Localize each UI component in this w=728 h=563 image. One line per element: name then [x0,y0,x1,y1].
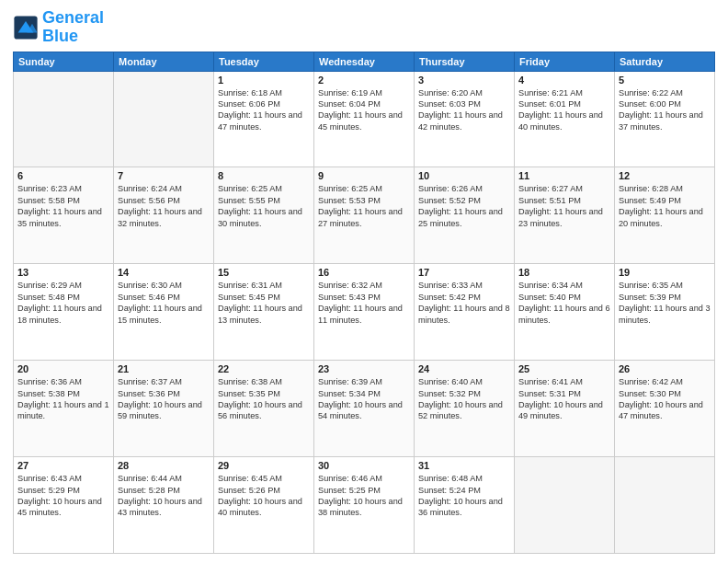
day-info: Sunrise: 6:25 AM Sunset: 5:55 PM Dayligh… [218,183,310,229]
day-number: 5 [619,75,711,86]
day-info: Sunrise: 6:41 AM Sunset: 5:31 PM Dayligh… [518,376,610,422]
day-info: Sunrise: 6:31 AM Sunset: 5:45 PM Dayligh… [218,280,310,326]
col-monday: Monday [114,52,214,71]
day-info: Sunrise: 6:38 AM Sunset: 5:35 PM Dayligh… [218,376,310,422]
day-number: 13 [17,267,109,278]
day-number: 21 [118,363,210,374]
day-number: 24 [418,363,510,374]
col-saturday: Saturday [615,52,715,71]
day-info: Sunrise: 6:45 AM Sunset: 5:26 PM Dayligh… [218,473,310,519]
calendar-table: Sunday Monday Tuesday Wednesday Thursday… [13,52,715,554]
calendar-cell: 21Sunrise: 6:37 AM Sunset: 5:36 PM Dayli… [114,361,214,457]
calendar-cell: 4Sunrise: 6:21 AM Sunset: 6:01 PM Daylig… [515,71,615,167]
day-number: 27 [17,460,109,471]
calendar-cell: 10Sunrise: 6:26 AM Sunset: 5:52 PM Dayli… [415,167,515,264]
calendar-cell: 14Sunrise: 6:30 AM Sunset: 5:46 PM Dayli… [114,264,214,361]
day-number: 2 [318,75,410,86]
day-number: 9 [318,170,410,181]
day-number: 15 [218,267,310,278]
day-number: 20 [17,363,109,374]
day-info: Sunrise: 6:18 AM Sunset: 6:06 PM Dayligh… [218,87,310,133]
header: General Blue [13,9,715,46]
calendar-cell: 26Sunrise: 6:42 AM Sunset: 5:30 PM Dayli… [615,361,715,457]
day-info: Sunrise: 6:19 AM Sunset: 6:04 PM Dayligh… [318,87,410,133]
day-number: 4 [518,75,610,86]
calendar-cell: 23Sunrise: 6:39 AM Sunset: 5:34 PM Dayli… [314,361,415,457]
day-number: 10 [418,170,510,181]
calendar-cell: 15Sunrise: 6:31 AM Sunset: 5:45 PM Dayli… [214,264,314,361]
day-info: Sunrise: 6:32 AM Sunset: 5:43 PM Dayligh… [318,280,410,326]
day-info: Sunrise: 6:37 AM Sunset: 5:36 PM Dayligh… [118,376,210,422]
day-number: 16 [318,267,410,278]
calendar-cell: 22Sunrise: 6:38 AM Sunset: 5:35 PM Dayli… [214,361,314,457]
day-number: 26 [619,363,711,374]
day-info: Sunrise: 6:48 AM Sunset: 5:24 PM Dayligh… [418,473,510,519]
day-info: Sunrise: 6:39 AM Sunset: 5:34 PM Dayligh… [318,376,410,422]
day-number: 25 [518,363,610,374]
day-number: 19 [619,267,711,278]
week-row-1: 1Sunrise: 6:18 AM Sunset: 6:06 PM Daylig… [14,71,715,167]
calendar-header-row: Sunday Monday Tuesday Wednesday Thursday… [14,52,715,71]
day-number: 18 [518,267,610,278]
calendar-cell: 7Sunrise: 6:24 AM Sunset: 5:56 PM Daylig… [114,167,214,264]
logo: General Blue [13,9,104,46]
week-row-2: 6Sunrise: 6:23 AM Sunset: 5:58 PM Daylig… [14,167,715,264]
day-number: 23 [318,363,410,374]
col-sunday: Sunday [14,52,114,71]
calendar-cell: 28Sunrise: 6:44 AM Sunset: 5:28 PM Dayli… [114,457,214,554]
day-info: Sunrise: 6:25 AM Sunset: 5:53 PM Dayligh… [318,183,410,229]
day-number: 14 [118,267,210,278]
day-number: 6 [17,170,109,181]
calendar-cell: 5Sunrise: 6:22 AM Sunset: 6:00 PM Daylig… [615,71,715,167]
day-number: 30 [318,460,410,471]
day-info: Sunrise: 6:24 AM Sunset: 5:56 PM Dayligh… [118,183,210,229]
calendar-cell: 18Sunrise: 6:34 AM Sunset: 5:40 PM Dayli… [515,264,615,361]
page: General Blue Sunday Monday Tuesday Wedne… [0,0,728,563]
calendar-cell: 19Sunrise: 6:35 AM Sunset: 5:39 PM Dayli… [615,264,715,361]
calendar-cell: 13Sunrise: 6:29 AM Sunset: 5:48 PM Dayli… [14,264,114,361]
day-number: 12 [619,170,711,181]
day-info: Sunrise: 6:22 AM Sunset: 6:00 PM Dayligh… [619,87,711,133]
day-info: Sunrise: 6:44 AM Sunset: 5:28 PM Dayligh… [118,473,210,519]
week-row-4: 20Sunrise: 6:36 AM Sunset: 5:38 PM Dayli… [14,361,715,457]
calendar-cell: 17Sunrise: 6:33 AM Sunset: 5:42 PM Dayli… [415,264,515,361]
day-number: 1 [218,75,310,86]
calendar-cell: 12Sunrise: 6:28 AM Sunset: 5:49 PM Dayli… [615,167,715,264]
calendar-cell [615,457,715,554]
day-number: 29 [218,460,310,471]
day-info: Sunrise: 6:29 AM Sunset: 5:48 PM Dayligh… [17,280,109,326]
logo-text: General Blue [42,9,104,46]
day-number: 3 [418,75,510,86]
day-number: 28 [118,460,210,471]
calendar-cell [515,457,615,554]
col-thursday: Thursday [415,52,515,71]
day-info: Sunrise: 6:33 AM Sunset: 5:42 PM Dayligh… [418,280,510,326]
col-wednesday: Wednesday [314,52,415,71]
calendar-cell: 1Sunrise: 6:18 AM Sunset: 6:06 PM Daylig… [214,71,314,167]
calendar-cell: 2Sunrise: 6:19 AM Sunset: 6:04 PM Daylig… [314,71,415,167]
day-info: Sunrise: 6:30 AM Sunset: 5:46 PM Dayligh… [118,280,210,326]
day-info: Sunrise: 6:43 AM Sunset: 5:29 PM Dayligh… [17,473,109,519]
calendar-cell: 16Sunrise: 6:32 AM Sunset: 5:43 PM Dayli… [314,264,415,361]
day-info: Sunrise: 6:20 AM Sunset: 6:03 PM Dayligh… [418,87,510,133]
day-info: Sunrise: 6:36 AM Sunset: 5:38 PM Dayligh… [17,376,109,422]
day-number: 31 [418,460,510,471]
day-info: Sunrise: 6:26 AM Sunset: 5:52 PM Dayligh… [418,183,510,229]
day-info: Sunrise: 6:40 AM Sunset: 5:32 PM Dayligh… [418,376,510,422]
col-tuesday: Tuesday [214,52,314,71]
calendar-cell: 24Sunrise: 6:40 AM Sunset: 5:32 PM Dayli… [415,361,515,457]
calendar-cell: 31Sunrise: 6:48 AM Sunset: 5:24 PM Dayli… [415,457,515,554]
day-number: 11 [518,170,610,181]
day-info: Sunrise: 6:46 AM Sunset: 5:25 PM Dayligh… [318,473,410,519]
calendar-cell: 3Sunrise: 6:20 AM Sunset: 6:03 PM Daylig… [415,71,515,167]
logo-icon [13,15,39,40]
day-info: Sunrise: 6:35 AM Sunset: 5:39 PM Dayligh… [619,280,711,326]
calendar-cell: 6Sunrise: 6:23 AM Sunset: 5:58 PM Daylig… [14,167,114,264]
week-row-5: 27Sunrise: 6:43 AM Sunset: 5:29 PM Dayli… [14,457,715,554]
day-info: Sunrise: 6:42 AM Sunset: 5:30 PM Dayligh… [619,376,711,422]
logo-blue: Blue [42,27,78,45]
day-number: 7 [118,170,210,181]
logo-general: General [42,8,104,27]
calendar-cell: 27Sunrise: 6:43 AM Sunset: 5:29 PM Dayli… [14,457,114,554]
calendar-cell: 11Sunrise: 6:27 AM Sunset: 5:51 PM Dayli… [515,167,615,264]
